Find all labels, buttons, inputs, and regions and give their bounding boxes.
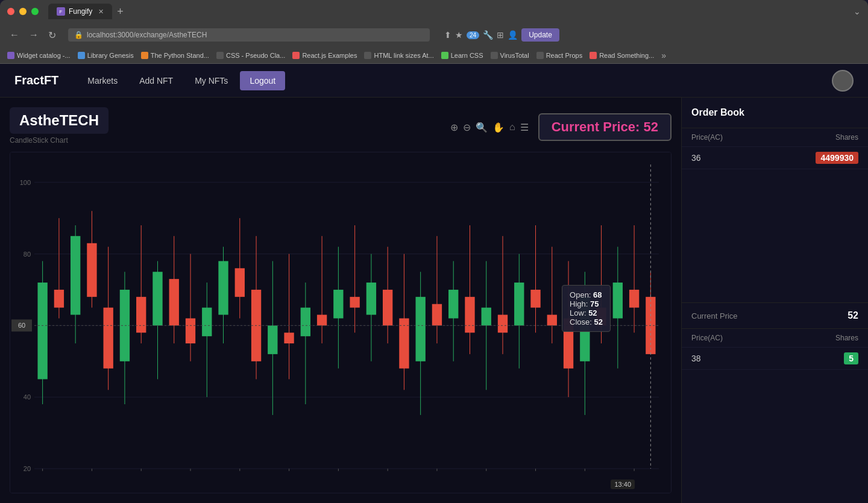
chart-controls: ⊕ ⊖ 🔍 ✋ ⌂ ☰ xyxy=(450,122,529,133)
ob-price-36: 36 xyxy=(691,153,701,163)
order-book-bottom: Price(AC) Shares 38 5 xyxy=(682,329,868,503)
bookmark-icon xyxy=(441,52,448,59)
bookmarks-bar: Widget catalog -... Library Genesis The … xyxy=(0,47,868,64)
bookmark-icon xyxy=(590,52,597,59)
app-nav-links: Markets Add NFT My NFTs Logout xyxy=(78,71,832,90)
share-button[interactable]: ⬆ xyxy=(444,30,451,40)
bookmark-library-genesis[interactable]: Library Genesis xyxy=(78,52,134,59)
browser-window: F Fungify ✕ + ⌄ ← → ↻ 🔒 localhost:3000/e… xyxy=(0,0,868,503)
bookmark-icon xyxy=(364,52,371,59)
nav-tools: ⬆ ★ 24 🔧 ⊞ 👤 Update xyxy=(444,28,559,42)
bookmark-icon xyxy=(7,52,14,59)
bookmark-label: Learn CSS xyxy=(451,52,483,59)
back-button[interactable]: ← xyxy=(7,30,22,40)
current-price-section: Current Price 52 xyxy=(682,302,868,329)
bookmark-icon xyxy=(292,52,300,59)
sidebar-button[interactable]: ⊞ xyxy=(497,30,504,40)
candlestick-chart xyxy=(10,152,671,493)
bookmark-html-link[interactable]: HTML link sizes At... xyxy=(364,52,433,59)
bookmarks-more[interactable]: » xyxy=(661,51,666,60)
cp-label: Current Price xyxy=(691,311,738,320)
window-chevron-button[interactable]: ⌄ xyxy=(854,7,861,16)
bookmark-icon xyxy=(536,52,544,59)
bookmark-python-stand[interactable]: The Python Stand... xyxy=(141,52,209,59)
cp-value: 52 xyxy=(848,310,858,321)
user-avatar[interactable] xyxy=(832,70,854,92)
bookmark-label: CSS - Pseudo Cla... xyxy=(226,52,285,59)
bookmark-label: The Python Stand... xyxy=(151,52,209,59)
ob-col-price-bottom: Price(AC) xyxy=(691,334,723,342)
chart-area: AstheTECH CandleStick Chart ⊕ ⊖ 🔍 ✋ ⌂ ☰ xyxy=(0,98,681,503)
bookmark-button[interactable]: ★ xyxy=(455,30,463,40)
bookmark-icon xyxy=(216,52,224,59)
browser-titlebar: F Fungify ✕ + ⌄ xyxy=(0,0,868,23)
ob-col-shares: Shares xyxy=(835,133,858,142)
order-book: Order Book Price(AC) Shares 36 4499930 C… xyxy=(681,98,868,503)
current-price-row: Current Price 52 xyxy=(691,310,858,321)
order-book-top: Price(AC) Shares 36 4499930 xyxy=(682,128,868,302)
zoom-in-icon[interactable]: ⊕ xyxy=(450,122,458,133)
ob-col-headers-bottom: Price(AC) Shares xyxy=(682,329,868,348)
new-tab-button[interactable]: + xyxy=(112,5,128,18)
ob-col-price: Price(AC) xyxy=(691,133,723,142)
extensions-button[interactable]: 🔧 xyxy=(483,30,493,40)
zoom-out-icon[interactable]: ⊖ xyxy=(463,122,471,133)
main-content: AstheTECH CandleStick Chart ⊕ ⊖ 🔍 ✋ ⌂ ☰ xyxy=(0,98,868,503)
bookmark-css-pseudo[interactable]: CSS - Pseudo Cla... xyxy=(216,52,285,59)
bookmark-icon xyxy=(78,52,85,59)
bookmark-icon xyxy=(491,52,498,59)
chart-container[interactable]: Open: 68 High: 75 Low: 52 Close: 52 13:4… xyxy=(10,152,671,493)
bookmark-label: React Props xyxy=(546,52,583,59)
url-text: localhost:3000/exchange/AstheTECH xyxy=(87,31,207,39)
bookmark-label: React.js Examples xyxy=(302,52,357,59)
navigation-bar: ← → ↻ 🔒 localhost:3000/exchange/AstheTEC… xyxy=(0,23,868,47)
ob-price-38: 38 xyxy=(691,354,701,363)
home-icon[interactable]: ⌂ xyxy=(509,122,515,133)
bookmark-react-props[interactable]: React Props xyxy=(536,52,583,59)
bookmark-read-something[interactable]: Read Something... xyxy=(590,52,654,59)
bookmark-label: VirusTotal xyxy=(500,52,529,59)
tab-favicon: F xyxy=(57,7,65,16)
app-area: FractFT Markets Add NFT My NFTs Logout A… xyxy=(0,64,868,503)
search-icon[interactable]: 🔍 xyxy=(476,122,488,133)
chart-time-label: 13:40 xyxy=(611,480,635,489)
ob-shares-red: 4499930 xyxy=(816,152,858,164)
lock-icon: 🔒 xyxy=(74,31,83,39)
nav-logout[interactable]: Logout xyxy=(240,71,285,90)
ob-col-shares-bottom: Shares xyxy=(835,334,858,342)
address-bar[interactable]: 🔒 localhost:3000/exchange/AstheTECH xyxy=(68,28,430,42)
bookmark-icon xyxy=(141,52,148,59)
app-navbar: FractFT Markets Add NFT My NFTs Logout xyxy=(0,64,868,98)
asset-name: AstheTECH xyxy=(10,107,108,134)
ob-col-headers-top: Price(AC) Shares xyxy=(682,128,868,147)
ob-shares-green: 5 xyxy=(844,352,858,364)
current-price-label: Current Price: xyxy=(552,119,640,134)
bookmark-label: HTML link sizes At... xyxy=(374,52,433,59)
tab-close-button[interactable]: ✕ xyxy=(98,8,104,16)
traffic-light-maximize[interactable] xyxy=(31,8,39,15)
profile-button[interactable]: 👤 xyxy=(508,30,518,40)
update-button[interactable]: Update xyxy=(521,28,559,42)
active-tab[interactable]: F Fungify ✕ xyxy=(48,4,112,19)
bookmark-label: Widget catalog -... xyxy=(17,52,71,59)
chart-subtitle: CandleStick Chart xyxy=(10,136,108,145)
app-logo: FractFT xyxy=(14,73,58,87)
nav-markets[interactable]: Markets xyxy=(78,71,127,90)
traffic-light-minimize[interactable] xyxy=(19,8,27,15)
bookmark-reactjs[interactable]: React.js Examples xyxy=(292,52,357,59)
tab-label: Fungify xyxy=(69,7,92,16)
reload-button[interactable]: ↻ xyxy=(46,30,58,41)
bookmark-learn-css[interactable]: Learn CSS xyxy=(441,52,483,59)
bookmark-virustotal[interactable]: VirusTotal xyxy=(491,52,529,59)
forward-button[interactable]: → xyxy=(27,30,41,40)
table-row: 38 5 xyxy=(682,348,868,370)
pan-icon[interactable]: ✋ xyxy=(492,122,505,133)
traffic-light-close[interactable] xyxy=(7,8,14,15)
current-price-display: Current Price: 52 xyxy=(538,113,671,141)
nav-add-nft[interactable]: Add NFT xyxy=(130,71,183,90)
menu-icon[interactable]: ☰ xyxy=(520,122,529,133)
nav-my-nfts[interactable]: My NFTs xyxy=(185,71,237,90)
order-book-title: Order Book xyxy=(682,98,868,128)
table-row: 36 4499930 xyxy=(682,147,868,169)
bookmark-widget-catalog[interactable]: Widget catalog -... xyxy=(7,52,71,59)
